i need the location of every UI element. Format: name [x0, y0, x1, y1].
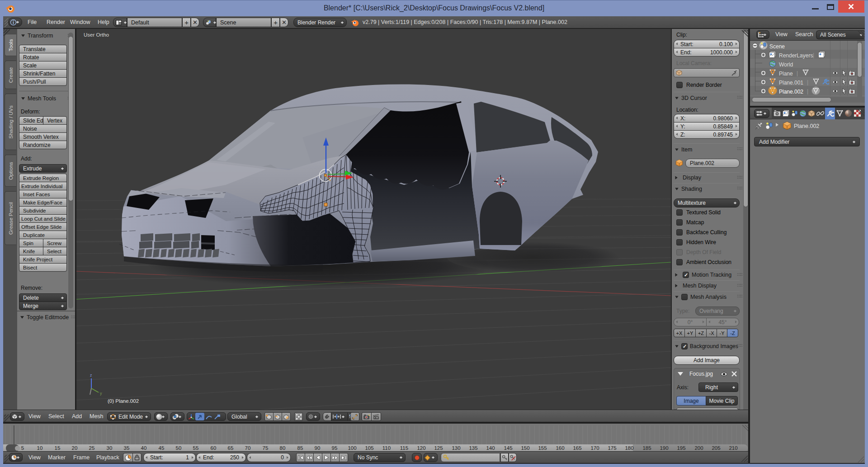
svg-text:(0) Plane.002: (0) Plane.002 — [108, 398, 139, 404]
svg-text:z: z — [90, 373, 92, 377]
svg-text:y: y — [100, 391, 102, 396]
svg-text:User Ortho: User Ortho — [84, 32, 109, 38]
